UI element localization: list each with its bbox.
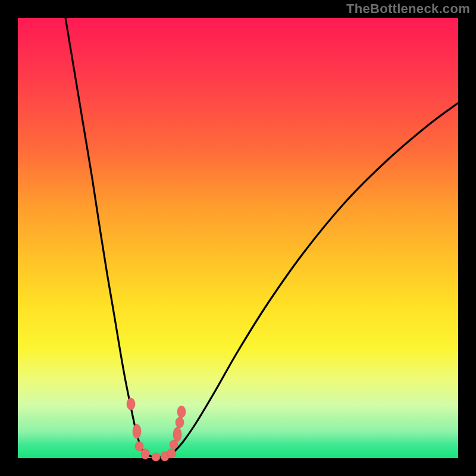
curve-marker bbox=[141, 449, 149, 459]
bottleneck-curve bbox=[65, 18, 458, 457]
curve-marker bbox=[176, 417, 184, 428]
curve-marker bbox=[152, 453, 160, 461]
curve-markers bbox=[127, 398, 186, 461]
curve-marker bbox=[173, 427, 181, 441]
chart-overlay bbox=[18, 18, 458, 458]
curve-marker bbox=[135, 441, 143, 451]
curve-marker bbox=[133, 424, 141, 439]
curve-marker bbox=[177, 406, 186, 418]
curve-marker bbox=[167, 449, 176, 458]
curve-marker bbox=[127, 398, 135, 410]
watermark-text: TheBottleneck.com bbox=[346, 1, 470, 17]
